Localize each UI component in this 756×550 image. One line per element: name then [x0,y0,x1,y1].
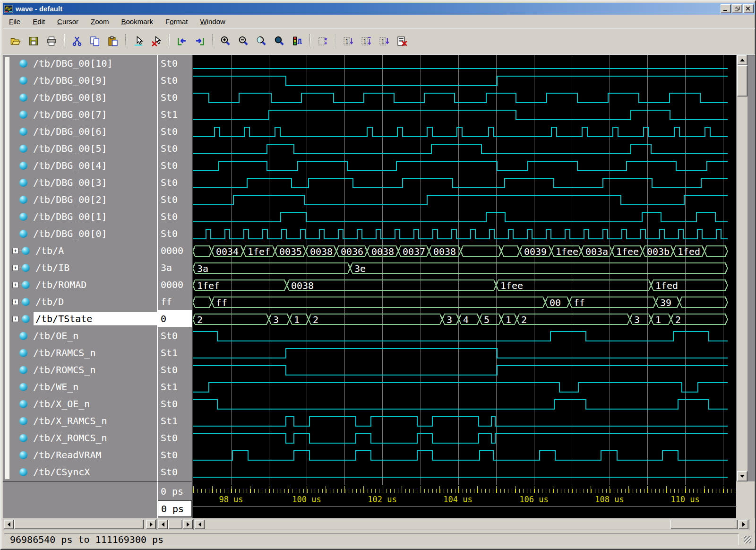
signal-value: St0 [158,327,192,344]
signal-names-panel[interactable]: /tb/DBG_00[10]/tb/DBG_00[9]/tb/DBG_00[8]… [3,55,157,481]
signal-name: /tb/WE_n [31,380,80,393]
copy-button[interactable] [86,33,104,50]
close-button[interactable] [743,4,754,13]
menu-zoom[interactable]: Zoom [85,16,115,27]
delete-cursor-button[interactable] [147,33,165,50]
signal-name: /tb/DBG_00[5] [31,142,109,155]
menu-cursor[interactable]: Cursor [51,16,85,27]
cursor-time-selected[interactable]: 0 ps [158,500,192,517]
remove-all-waves-button[interactable] [393,33,411,50]
menu-window[interactable]: Window [194,16,232,27]
find-previous-transition-button[interactable] [173,33,191,50]
signal-row[interactable]: +/tb/D [3,293,157,310]
signal-row[interactable]: /tb/DBG_00[1] [3,208,157,225]
signal-row[interactable]: /tb/WE_n [3,378,157,395]
signal-row[interactable]: /tb/DBG_00[4] [3,157,157,174]
names-scroll-thumb[interactable] [14,520,144,529]
zoom-in-button[interactable] [216,33,234,50]
wave-horizontal-scrollbar[interactable] [194,519,749,530]
signal-row[interactable]: /tb/X_RAMCS_n [3,412,157,429]
move-wave-button[interactable]: 1 [375,33,393,50]
names-scroll-right-button[interactable] [146,520,156,529]
ruler-label: 108 us [595,495,624,504]
time-ruler[interactable]: 98 us100 us102 us104 us106 us108 us110 u… [192,481,736,518]
paste-button[interactable] [104,33,122,50]
print-button[interactable] [43,33,60,50]
values-scroll-thumb[interactable] [168,520,182,529]
minimize-button[interactable] [721,4,731,13]
values-scroll-right-button[interactable] [183,520,193,529]
wave-scroll-thumb[interactable] [670,520,738,529]
find-next-transition-button[interactable] [191,33,209,50]
expand-plus-icon[interactable]: + [12,282,18,288]
signal-value: St1 [158,344,192,361]
names-scroll-left-button[interactable] [4,520,14,529]
signal-value: St0 [158,208,192,225]
signal-row[interactable]: +/tb/TState [3,310,157,327]
values-horizontal-scrollbar[interactable] [157,519,194,530]
expand-dash [18,319,22,319]
menu-edit[interactable]: Edit [26,16,51,27]
waveform-canvas[interactable]: 00341fef00350038003600380037003800391fee… [192,55,736,481]
signal-row[interactable]: /tb/DBG_00[5] [3,140,157,157]
signal-name: /tb/CSyncX [31,465,92,479]
menu-bookmark[interactable]: Bookmark [115,16,159,27]
expand-plus-icon[interactable]: + [12,316,18,322]
names-horizontal-scrollbar[interactable] [3,519,157,530]
signal-row[interactable]: /tb/X_OE_n [3,395,157,412]
signal-row[interactable]: /tb/DBG_00[7] [3,106,157,123]
signal-row[interactable]: /tb/DBG_00[0] [3,225,157,242]
restore-button[interactable] [732,4,742,13]
edit-wave-button[interactable] [314,33,332,50]
signal-row[interactable]: /tb/DBG_00[10] [3,55,157,72]
svg-text:0037: 0037 [403,246,425,257]
signal-row[interactable]: /tb/RAMCS_n [3,344,157,361]
signal-values-panel[interactable]: St0St0St0St1St0St0St0St0St0St0St000003a0… [157,55,192,481]
wave-vertical-scrollbar[interactable] [737,55,747,481]
signal-row[interactable]: /tb/DBG_00[9] [3,72,157,89]
signal-row[interactable]: /tb/ROMCS_n [3,361,157,378]
cut-button[interactable] [68,33,86,50]
signal-row[interactable]: +/tb/ROMAD [3,276,157,293]
wave-scroll-left-button[interactable] [195,520,205,529]
zoom-range-button[interactable] [288,33,306,50]
title-bar[interactable]: wave - default [3,3,755,15]
expand-plus-icon[interactable]: + [12,299,18,305]
expand-plus-icon[interactable]: + [12,248,18,254]
open-button[interactable] [7,33,25,50]
zoom-out-button[interactable] [234,33,252,50]
signal-row[interactable]: +/tb/A [3,242,157,259]
append-wave-button[interactable]: 1 [357,33,375,50]
names-scrollbar-track[interactable] [5,57,10,480]
signal-row[interactable]: /tb/ReadVRAM [3,446,157,463]
zoom-full-button[interactable] [270,33,288,50]
menu-format[interactable]: Format [159,16,194,27]
scroll-up-button[interactable] [737,55,747,65]
signal-row[interactable]: /tb/DBG_00[2] [3,191,157,208]
svg-text:0038: 0038 [371,246,394,257]
zoom-area-button[interactable] [252,33,270,50]
menu-file[interactable]: File [3,16,26,27]
save-button[interactable] [25,33,43,50]
svg-text:3: 3 [634,314,640,325]
signal-row[interactable]: /tb/DBG_00[8] [3,89,157,106]
signal-row[interactable]: +/tb/IB [3,259,157,276]
signal-row[interactable]: /tb/OE_n [3,327,157,344]
signal-sphere-icon [19,383,27,391]
wave-scroll-right-button[interactable] [739,520,748,529]
svg-text:1: 1 [363,38,366,45]
values-scroll-left-button[interactable] [158,520,168,529]
add-cursor-button[interactable] [129,33,147,50]
signal-sphere-icon [19,366,27,374]
expand-plus-icon[interactable]: + [12,265,18,271]
insert-wave-button[interactable]: 1 [339,33,357,50]
signal-row[interactable]: /tb/DBG_00[3] [3,174,157,191]
signal-row[interactable]: /tb/X_ROMCS_n [3,429,157,446]
vertical-scroll-thumb[interactable] [737,65,747,96]
scroll-down-button[interactable] [737,471,747,481]
signal-row[interactable]: /tb/CSyncX [3,463,157,480]
resize-grip-icon[interactable] [744,536,751,543]
svg-text:0034: 0034 [216,246,239,257]
signal-row[interactable]: /tb/DBG_00[6] [3,123,157,140]
zoom-range-icon [292,36,302,46]
